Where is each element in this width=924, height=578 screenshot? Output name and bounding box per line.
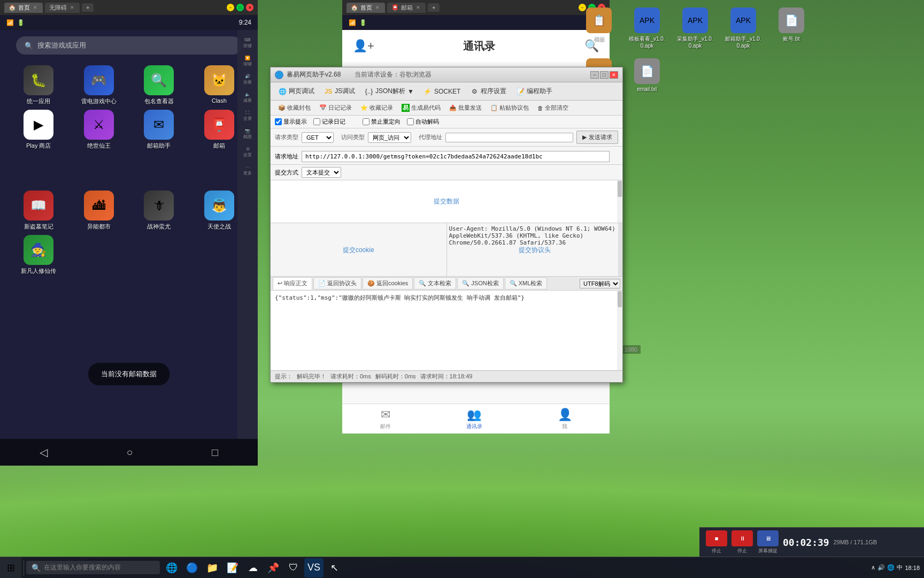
btn-diary[interactable]: 📅 日记记录 (316, 103, 355, 113)
tab-email-right[interactable]: 📮 邮箱 ✕ (387, 3, 426, 13)
tab-response-body[interactable]: ↩ 响应正文 (273, 277, 312, 290)
app-unity[interactable]: 🐛 统一应用 (11, 65, 67, 105)
btn-paste-proto[interactable]: 📋 粘贴协议包 (487, 103, 532, 113)
encoding-select[interactable]: UTF8解码 (580, 279, 620, 288)
maximize-btn-left[interactable]: □ (236, 4, 244, 11)
app-war[interactable]: 🗡 战神蛮尤 (131, 191, 187, 231)
cb-no-redirect-input[interactable] (363, 118, 369, 125)
cb-auto-decode[interactable]: 自动解码 (407, 118, 439, 126)
toolbar-js-debug[interactable]: JS JS调试 (320, 85, 359, 98)
taskbar-cursor[interactable]: ↖ (325, 558, 344, 577)
desktop-icon-template[interactable]: 📋 模板 (578, 5, 620, 51)
tray-ime-label[interactable]: 中 (897, 564, 903, 572)
toolbar-screenshot[interactable]: 📷 截图 (239, 125, 256, 142)
tab-accessibility[interactable]: 无障碍 ✕ (45, 3, 80, 13)
tab-close-btn[interactable]: ✕ (32, 4, 38, 11)
home-btn[interactable]: ○ (126, 446, 133, 459)
toolbar-coding-helper[interactable]: 📝 编程助手 (512, 85, 557, 98)
tab-home-right[interactable]: 🏠 首页 ✕ (346, 3, 385, 13)
toolbar-volume-down[interactable]: 🔈 减量 (239, 89, 256, 106)
btn-collect-pkg[interactable]: 📦 收藏封包 (275, 103, 314, 113)
app-novel[interactable]: 📖 新盗墓笔记 (11, 191, 67, 231)
url-input[interactable] (302, 151, 610, 162)
tab-plus[interactable]: + (82, 3, 94, 12)
helper-maximize[interactable]: □ (600, 71, 609, 79)
tab-return-cookies[interactable]: 🍪 返回cookies (363, 277, 413, 290)
recent-btn[interactable]: □ (212, 446, 218, 459)
tab-home-right-close[interactable]: ✕ (374, 4, 381, 11)
header-scrollbar[interactable] (618, 223, 622, 276)
nav-me[interactable]: 👤 我 (558, 408, 572, 430)
cb-auto-decode-input[interactable] (407, 118, 414, 125)
app-mail[interactable]: ✉ 邮箱助手 (131, 110, 187, 150)
tray-network-icon[interactable]: 🌐 (887, 564, 895, 571)
desktop-icon-apk2[interactable]: APK 采集助手_v1.0.0.apk (674, 5, 717, 51)
app-thunder[interactable]: 🎮 雷电游戏中心 (71, 65, 127, 105)
response-scrollbar[interactable] (617, 291, 622, 370)
desktop-icon-bt[interactable]: 📄 账号.bt (770, 5, 813, 51)
taskbar-folder[interactable]: 📁 (203, 558, 222, 577)
toolbar-web-debug[interactable]: 🌐 网页调试 (274, 85, 319, 98)
tab-accessibility-close[interactable]: ✕ (69, 4, 75, 11)
app-xianwang[interactable]: ⚔ 绝世仙王 (71, 110, 127, 150)
cb-record-diary-input[interactable] (313, 118, 320, 125)
helper-close[interactable]: ✕ (610, 71, 618, 79)
app-play[interactable]: ▶ Play 商店 (11, 110, 67, 150)
tab-return-header[interactable]: 📄 返回协议头 (313, 277, 361, 290)
start-button[interactable]: ⊞ (0, 557, 21, 579)
minimize-btn-left[interactable]: − (227, 4, 234, 11)
pause-recording-btn[interactable]: ⏸ 停止 (732, 530, 753, 554)
btn-clear-all[interactable]: 🗑 全部清空 (534, 103, 572, 113)
visit-type-select[interactable]: 网页_访问 (368, 132, 411, 143)
toolbar-program-settings[interactable]: ⚙ 程序设置 (466, 85, 511, 98)
send-request-btn[interactable]: ▶ 发送请求 (576, 131, 618, 144)
submit-method-select[interactable]: 文本提交 (302, 167, 341, 178)
add-contact-icon[interactable]: 👤+ (353, 39, 374, 53)
tray-expand-icon[interactable]: ∧ (871, 564, 875, 571)
taskbar-search-box[interactable]: 🔍 在这里输入你要搜索的内容 (26, 561, 160, 574)
nav-mail[interactable]: ✉ 邮件 (380, 408, 391, 430)
tray-volume-icon[interactable]: 🔊 (877, 564, 885, 571)
desktop-icon-apk3[interactable]: APK 邮箱助手_v1.0.0.apk (722, 5, 765, 51)
close-btn-left[interactable]: ✕ (246, 4, 253, 11)
nav-contacts[interactable]: 👥 通讯录 (466, 408, 482, 430)
back-btn[interactable]: ◁ (40, 446, 48, 459)
proxy-input[interactable] (445, 133, 573, 142)
taskbar-shield[interactable]: 🛡 (284, 558, 303, 577)
btn-collect-record[interactable]: ⭐ 收藏记录 (357, 103, 396, 113)
toolbar-json-parse[interactable]: {..} JSON解析 ▼ (360, 85, 418, 98)
desktop-icon-apk1[interactable]: APK 模板看看_v1.0.0.apk (626, 5, 668, 51)
app-xian[interactable]: 🧙 新凡人修仙传 (11, 235, 67, 275)
tab-text-search[interactable]: 🔍 文本检索 (414, 277, 456, 290)
cb-record-diary[interactable]: 记录日记 (313, 118, 345, 126)
toolbar-socket[interactable]: ⚡ SOCKET (419, 85, 465, 98)
cb-show-hint-input[interactable] (275, 118, 282, 125)
taskbar-notepad[interactable]: 📝 (223, 558, 242, 577)
btn-gen-code[interactable]: 易 生成易代码 (398, 103, 444, 113)
taskbar-vscode[interactable]: VS (304, 558, 324, 577)
toolbar-volume-up[interactable]: 🔊 加量 (239, 71, 256, 88)
stop-recording-btn[interactable]: ■ 停止 (706, 530, 727, 554)
taskbar-pin[interactable]: 📌 (264, 558, 283, 577)
toolbar-settings[interactable]: ⚙ 设置 (239, 143, 256, 161)
app-city[interactable]: 🏙 异能都市 (71, 191, 127, 231)
screen-capture-btn[interactable]: 🖥 屏幕捕捉 (757, 530, 779, 554)
app-pkg[interactable]: 🔍 包名查看器 (131, 65, 187, 105)
helper-minimize[interactable]: − (590, 71, 599, 79)
toolbar-shrink[interactable]: 🔽 缩键 (239, 52, 256, 70)
req-type-select[interactable]: GET POST (302, 132, 334, 143)
taskbar-cloud[interactable]: ☁ (243, 558, 263, 577)
tab-plus-right[interactable]: + (428, 3, 440, 12)
tab-email-close[interactable]: ✕ (415, 4, 421, 11)
tab-json-search[interactable]: 🔍 JSON检索 (457, 277, 503, 290)
protocol-header-textarea[interactable] (447, 223, 623, 276)
cb-no-redirect[interactable]: 禁止重定向 (363, 118, 401, 126)
toolbar-keypress[interactable]: ⌨ 按键 (239, 34, 256, 51)
tab-home[interactable]: 🏠 首页 ✕ (4, 3, 43, 13)
btn-batch-send[interactable]: 📤 批量发送 (446, 103, 485, 113)
tab-xml-search[interactable]: 🔍 XML检索 (505, 277, 548, 290)
submit-scrollbar[interactable] (617, 180, 622, 223)
taskbar-ie[interactable]: 🌐 (162, 558, 181, 577)
taskbar-chrome[interactable]: 🔵 (182, 558, 202, 577)
android-search-bar[interactable]: 🔍 搜索游戏或应用 (16, 36, 242, 55)
